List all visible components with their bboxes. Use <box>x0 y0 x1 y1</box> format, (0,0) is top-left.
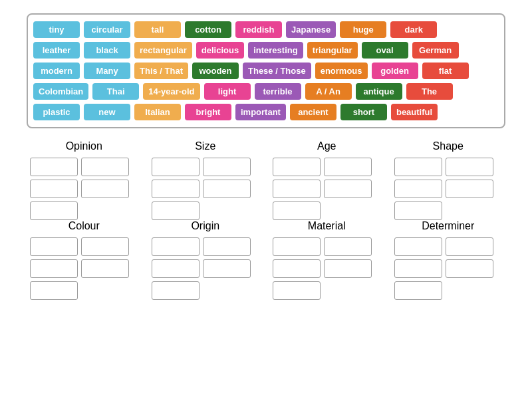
tile-0-1[interactable]: circular <box>84 21 130 38</box>
tile-2-6[interactable]: golden <box>372 63 418 79</box>
drop-box-1-0-1[interactable] <box>203 158 251 176</box>
drop-box-7-2-0[interactable] <box>394 281 442 300</box>
drop-boxes-0 <box>30 158 138 220</box>
drop-box-7-0-1[interactable] <box>446 237 493 256</box>
drop-box-2-1-1[interactable] <box>324 180 372 198</box>
tile-1-7[interactable]: German <box>412 42 459 59</box>
drop-box-4-2-0[interactable] <box>30 281 78 300</box>
drop-row-3-0 <box>30 201 138 220</box>
drop-box-3-0-0[interactable] <box>394 158 442 176</box>
category-5: Origin <box>148 220 263 300</box>
tile-1-3[interactable]: delicious <box>196 42 244 59</box>
tile-4-5[interactable]: ancient <box>290 104 336 120</box>
drop-box-5-1-1[interactable] <box>203 259 251 278</box>
tile-2-7[interactable]: flat <box>422 63 469 79</box>
drop-boxes-5 <box>152 237 260 300</box>
drop-box-0-0-1[interactable] <box>81 158 129 176</box>
tile-0-6[interactable]: huge <box>340 21 386 38</box>
drop-box-3-1-1[interactable] <box>446 180 493 198</box>
drop-box-0-1-1[interactable] <box>81 180 129 198</box>
drop-box-7-0-0[interactable] <box>394 237 442 256</box>
tile-3-1[interactable]: Thai <box>92 83 139 100</box>
tile-0-7[interactable]: dark <box>390 21 437 38</box>
tile-2-2[interactable]: This / That <box>134 63 188 79</box>
drop-box-2-0-0[interactable] <box>273 158 321 176</box>
drop-box-6-2-0[interactable] <box>273 281 321 300</box>
drop-box-4-0-0[interactable] <box>30 237 78 256</box>
tile-3-5[interactable]: A / An <box>305 83 352 100</box>
tile-0-2[interactable]: tall <box>134 21 181 38</box>
tile-2-3[interactable]: wooden <box>192 63 239 79</box>
tile-0-4[interactable]: reddish <box>235 21 282 38</box>
tile-3-2[interactable]: 14-year-old <box>143 83 200 100</box>
drop-boxes-7 <box>394 237 503 300</box>
drop-box-3-2-0[interactable] <box>394 201 442 220</box>
tile-3-7[interactable]: The <box>406 83 453 100</box>
drop-boxes-2 <box>273 158 381 220</box>
drop-box-5-1-0[interactable] <box>152 259 200 278</box>
drop-row-1-7 <box>394 237 503 256</box>
drop-boxes-3 <box>394 158 503 220</box>
drop-box-0-0-0[interactable] <box>30 158 78 176</box>
tile-0-0[interactable]: tiny <box>33 21 80 38</box>
tile-1-2[interactable]: rectangular <box>134 42 192 59</box>
tile-2-1[interactable]: Many <box>84 63 130 79</box>
drop-row-3-7 <box>394 281 503 300</box>
category-1: Size <box>148 140 263 220</box>
drop-row-1-1 <box>152 158 260 176</box>
tile-3-4[interactable]: terrible <box>255 83 301 100</box>
drop-box-4-1-1[interactable] <box>81 259 129 278</box>
tile-4-1[interactable]: new <box>84 104 130 120</box>
category-title-5: Origin <box>191 220 219 232</box>
tile-1-4[interactable]: interesting <box>248 42 303 59</box>
tile-4-2[interactable]: Italian <box>134 104 181 120</box>
drop-row-2-1 <box>152 180 260 198</box>
drop-box-1-2-0[interactable] <box>152 201 200 220</box>
tile-1-5[interactable]: triangular <box>307 42 358 59</box>
category-title-4: Colour <box>68 220 100 232</box>
drop-box-3-0-1[interactable] <box>446 158 493 176</box>
drop-box-7-1-1[interactable] <box>446 259 493 278</box>
drop-box-5-0-0[interactable] <box>152 237 200 256</box>
tile-1-0[interactable]: leather <box>33 42 80 59</box>
tile-4-3[interactable]: bright <box>185 104 231 120</box>
tile-3-0[interactable]: Colombian <box>33 83 88 100</box>
drop-row-3-3 <box>394 201 503 220</box>
drop-row-1-5 <box>152 237 260 256</box>
drop-box-2-2-0[interactable] <box>273 201 321 220</box>
drop-box-6-0-0[interactable] <box>273 237 321 256</box>
drop-box-1-1-0[interactable] <box>152 180 200 198</box>
drop-row-1-2 <box>273 158 381 176</box>
drop-box-5-2-0[interactable] <box>152 281 200 300</box>
tile-0-5[interactable]: Japanese <box>286 21 336 38</box>
drop-box-1-0-0[interactable] <box>152 158 200 176</box>
drop-box-2-0-1[interactable] <box>324 158 372 176</box>
tile-2-5[interactable]: enormous <box>315 63 368 79</box>
drop-box-0-2-0[interactable] <box>30 201 78 220</box>
drop-box-7-1-0[interactable] <box>394 259 442 278</box>
tile-3-6[interactable]: antique <box>356 83 402 100</box>
tile-3-3[interactable]: light <box>204 83 251 100</box>
drop-box-2-1-0[interactable] <box>273 180 321 198</box>
drop-box-4-1-0[interactable] <box>30 259 78 278</box>
tile-2-4[interactable]: These / Those <box>243 63 311 79</box>
drop-box-4-0-1[interactable] <box>81 237 129 256</box>
tile-4-4[interactable]: important <box>235 104 286 120</box>
tile-1-1[interactable]: black <box>84 42 130 59</box>
drop-box-3-1-0[interactable] <box>394 180 442 198</box>
drop-row-2-4 <box>30 259 138 278</box>
tile-4-6[interactable]: short <box>340 104 387 120</box>
tile-0-3[interactable]: cotton <box>185 21 231 38</box>
tile-1-6[interactable]: oval <box>362 42 408 59</box>
drop-box-6-0-1[interactable] <box>324 237 372 256</box>
tile-2-0[interactable]: modern <box>33 63 80 79</box>
category-7: Determiner <box>391 220 506 300</box>
drop-box-1-1-1[interactable] <box>203 180 251 198</box>
drop-box-6-1-1[interactable] <box>324 259 372 278</box>
drop-box-5-0-1[interactable] <box>203 237 251 256</box>
tile-4-0[interactable]: plastic <box>33 104 80 120</box>
drop-row-1-3 <box>394 158 503 176</box>
drop-box-6-1-0[interactable] <box>273 259 321 278</box>
drop-box-0-1-0[interactable] <box>30 180 78 198</box>
tile-4-7[interactable]: beautiful <box>391 104 438 120</box>
